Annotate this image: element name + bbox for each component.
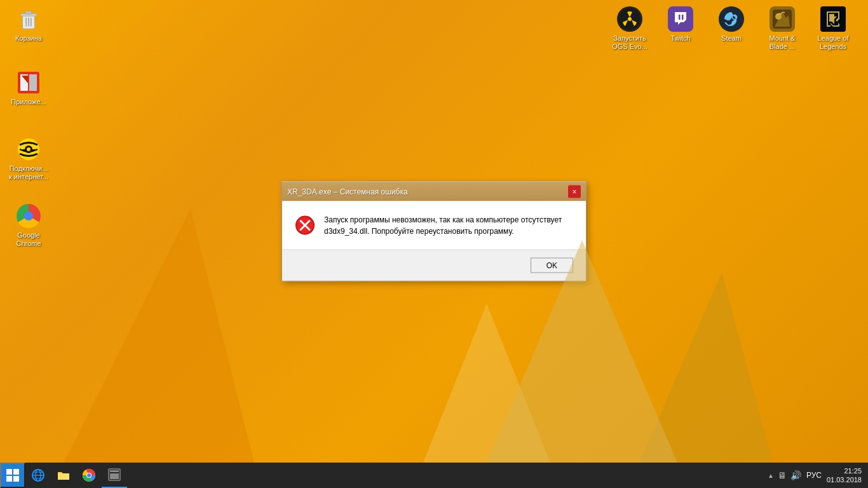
svg-rect-37 xyxy=(110,470,119,472)
dialog-message: Запуск программы невозможен, так как на … xyxy=(324,214,573,237)
trash-icon xyxy=(16,6,41,32)
clock[interactable]: 21:25 01.03.2018 xyxy=(827,466,862,485)
speaker-icon[interactable]: 🔊 xyxy=(790,470,801,480)
language-indicator[interactable]: РУС xyxy=(806,471,822,480)
ogs-icon-label: ЗапуститьOGS Evo... xyxy=(612,34,648,51)
taskbar-apps xyxy=(25,463,127,488)
taskbar-chrome[interactable] xyxy=(76,463,102,488)
svg-rect-14 xyxy=(679,15,681,20)
app-icon xyxy=(16,70,41,95)
mount-icon-label: Mount &Blade ... xyxy=(770,34,796,51)
svg-rect-28 xyxy=(13,476,19,482)
twitch-icon-label: Twitch xyxy=(670,34,690,43)
lol-icon xyxy=(820,6,846,32)
desktop-icon-trash[interactable]: Корзина xyxy=(6,6,51,43)
desktop-icon-lol[interactable]: League ofLegends xyxy=(811,6,855,51)
desktop: Корзина Приложе... Подключи...к интернет xyxy=(0,0,868,463)
clock-time: 21:25 xyxy=(844,466,862,475)
chrome-icon-label: GoogleChrome xyxy=(16,231,41,248)
svg-point-13 xyxy=(628,17,632,21)
desktop-icon-ogs[interactable]: ЗапуститьOGS Evo... xyxy=(607,6,652,51)
svg-rect-8 xyxy=(29,74,37,91)
svg-rect-38 xyxy=(110,473,119,479)
geo-decoration-1 xyxy=(423,304,550,463)
taskbar-active-app[interactable] xyxy=(102,463,127,488)
dialog-close-button[interactable]: × xyxy=(568,186,581,198)
svg-point-11 xyxy=(27,147,31,151)
taskbar: ▲ 🖥 🔊 РУС 21:25 01.03.2018 xyxy=(0,463,868,488)
clock-date: 01.03.2018 xyxy=(827,475,862,484)
desktop-icon-bee[interactable]: Подключи...к интернет... xyxy=(6,137,51,181)
tray-arrow[interactable]: ▲ xyxy=(768,472,774,479)
steam-icon-label: Steam xyxy=(721,34,742,43)
svg-rect-26 xyxy=(13,469,19,475)
chrome-icon xyxy=(16,203,41,229)
error-icon xyxy=(295,215,315,236)
desktop-icon-app[interactable]: Приложе... xyxy=(6,70,51,106)
desktop-icon-mount[interactable]: Mount &Blade ... xyxy=(760,6,804,51)
svg-point-35 xyxy=(87,473,91,477)
twitch-icon xyxy=(668,6,693,32)
start-button[interactable] xyxy=(0,463,25,488)
bee-icon-label: Подключи...к интернет... xyxy=(9,165,48,181)
mount-icon xyxy=(770,6,795,32)
svg-rect-25 xyxy=(6,469,12,475)
taskbar-explorer[interactable] xyxy=(51,463,76,488)
svg-rect-32 xyxy=(58,473,69,480)
desktop-icon-twitch[interactable]: Twitch xyxy=(658,6,703,43)
dialog-footer: OK xyxy=(282,250,586,281)
network-icon: 🖥 xyxy=(778,470,787,480)
bee-icon xyxy=(16,137,41,162)
taskbar-ie[interactable] xyxy=(25,463,51,488)
svg-rect-15 xyxy=(682,15,684,20)
lol-icon-label: League ofLegends xyxy=(818,34,849,51)
desktop-icon-chrome[interactable]: GoogleChrome xyxy=(6,203,51,248)
dialog-titlebar: XR_3DA.exe – Системная ошибка × xyxy=(282,182,586,201)
svg-rect-2 xyxy=(25,11,32,15)
dialog-title: XR_3DA.exe – Системная ошибка xyxy=(287,187,408,196)
steam-icon xyxy=(719,6,744,32)
svg-rect-27 xyxy=(6,476,12,482)
ok-button[interactable]: OK xyxy=(531,258,573,273)
taskbar-right: ▲ 🖥 🔊 РУС 21:25 01.03.2018 xyxy=(768,466,868,485)
desktop-icon-steam[interactable]: Steam xyxy=(709,6,754,43)
ogs-icon xyxy=(617,6,642,32)
geo-decoration-2 xyxy=(639,272,773,463)
error-dialog: XR_3DA.exe – Системная ошибка × Запуск п… xyxy=(281,182,587,281)
app-icon-label: Приложе... xyxy=(11,98,46,106)
sys-tray: ▲ 🖥 🔊 xyxy=(768,470,801,480)
trash-icon-label: Корзина xyxy=(15,34,42,43)
dialog-body: Запуск программы невозможен, так как на … xyxy=(282,201,586,250)
